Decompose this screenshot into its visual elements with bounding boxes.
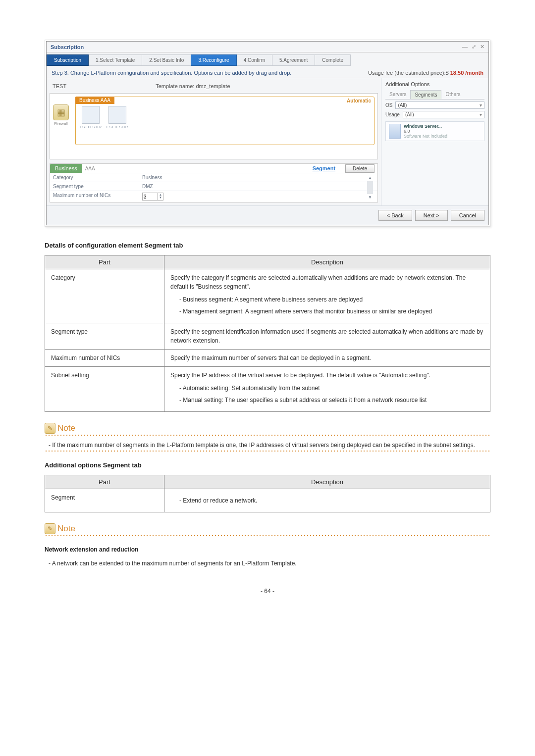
image-card-title: Windows Server...	[404, 124, 447, 129]
col-desc: Description	[164, 475, 490, 489]
crumb-complete[interactable]: Complete	[315, 54, 351, 66]
detail-tab[interactable]: Business	[50, 164, 82, 173]
server-node[interactable]: FSTTEST07	[107, 106, 128, 129]
body-text: A network can be extended to the maximum…	[45, 559, 490, 568]
crumb-step2[interactable]: 2.Set Basic Info	[142, 54, 191, 66]
image-card[interactable]: Windows Server... 6.0 Software Not inclu…	[385, 121, 484, 141]
detail-name: AAA	[82, 166, 95, 171]
firewall-node[interactable]: ▦ Firewall	[53, 104, 69, 126]
step-instruction: Step 3. Change L-Platform configuration …	[52, 70, 291, 76]
os-select[interactable]: (All)	[395, 101, 484, 109]
note-icon: ✎	[45, 423, 55, 434]
cell-part: Segment type	[45, 323, 164, 350]
note-divider	[45, 535, 490, 536]
cancel-button[interactable]: Cancel	[451, 210, 484, 221]
list-item: Manual setting: The user specifies a sub…	[179, 396, 484, 404]
additional-options-panel: Additional Options Servers Segments Othe…	[381, 78, 488, 205]
crumb-step4[interactable]: 4.Confirm	[236, 54, 272, 66]
segment-name: AAA	[101, 98, 110, 103]
row-category-value[interactable]: Business	[139, 173, 377, 182]
usage-select[interactable]: (All)	[403, 111, 484, 118]
list-item: Automatic setting: Set automatically fro…	[179, 384, 484, 393]
page-number: - 64 -	[45, 588, 490, 595]
crumb-step5[interactable]: 5.Agreement	[272, 54, 315, 66]
crumb-step1[interactable]: 1.Select Template	[88, 54, 142, 66]
close-icon[interactable]: ✕	[480, 44, 484, 50]
business-segment-box[interactable]: Business AAA Automatic FSTTEST07 FSTTEST…	[75, 97, 374, 145]
image-icon	[389, 124, 401, 139]
os-label: OS	[385, 102, 392, 108]
panel-scrollbar[interactable]: ▲ ▼	[364, 174, 376, 201]
row-category-label: Category	[50, 173, 139, 182]
crumb-step3[interactable]: 3.Reconfigure	[191, 54, 236, 66]
row-segtype-label: Segment type	[50, 182, 139, 191]
cell-desc: Specify the maximum number of servers th…	[164, 350, 490, 367]
segment-detail-panel: Business AAA Segment Delete Category Bus…	[50, 163, 378, 202]
options-tab-segments[interactable]: Segments	[410, 90, 441, 99]
segment-auto-label: Automatic	[347, 98, 371, 103]
nic-spinner[interactable]: ▲▼	[142, 193, 163, 201]
col-part: Part	[45, 475, 164, 489]
col-desc: Description	[164, 255, 490, 269]
scroll-down-icon[interactable]: ▼	[368, 195, 372, 200]
firewall-label: Firewall	[54, 121, 68, 126]
note-divider	[45, 435, 490, 436]
note-divider	[45, 451, 490, 452]
image-card-soft-label: Software	[404, 134, 422, 139]
options-title: Additional Options	[385, 81, 484, 87]
note-heading: ✎ Note	[45, 423, 490, 434]
template-label: TEST	[53, 83, 66, 89]
next-button[interactable]: Next >	[415, 210, 448, 221]
segment-details-table: Part Description Category Specify the ca…	[45, 255, 490, 412]
cell-desc-text: Specify the category if segments are sel…	[170, 274, 466, 290]
template-name: Template name: dmz_template	[156, 83, 230, 89]
cell-part: Maximum number of NICs	[45, 350, 164, 367]
cell-desc: Specify the segment identification infor…	[164, 323, 490, 350]
image-card-version: 6.0	[404, 129, 447, 134]
section-heading: Details of configuration element Segment…	[45, 242, 490, 249]
cell-part: Category	[45, 269, 164, 323]
list-item: Business segment: A segment where busine…	[179, 295, 484, 304]
window-title: Subscription	[51, 44, 84, 50]
list-item: Management segment: A segment where serv…	[179, 307, 484, 316]
segment-tab-label: Business	[79, 98, 100, 103]
usage-fee-price: 18.50 /month	[450, 70, 483, 76]
nic-input[interactable]	[143, 193, 158, 200]
server-label: FSTTEST07	[80, 125, 102, 129]
server-icon	[108, 106, 126, 124]
options-tab-servers[interactable]: Servers	[385, 90, 410, 99]
crumb-subscription[interactable]: Subscription	[47, 54, 89, 66]
note-heading: ✎ Note	[45, 523, 490, 534]
row-segtype-value[interactable]: DMZ	[139, 182, 377, 191]
server-node[interactable]: FSTTEST07	[80, 106, 102, 129]
row-nic-label: Maximum number of NICs	[50, 191, 139, 202]
additional-options-table: Part Description Segment Extend or reduc…	[45, 475, 490, 512]
usage-fee-label: Usage fee (the estimated price):$	[368, 70, 449, 76]
options-tab-others[interactable]: Others	[441, 90, 464, 99]
topology-canvas[interactable]: ▦ Firewall Business AAA Automatic FSTTES…	[50, 93, 378, 159]
cell-desc-text: Specify the IP address of the virtual se…	[170, 372, 430, 379]
segment-link[interactable]: Segment	[313, 165, 335, 171]
note-label: Note	[57, 524, 75, 534]
wizard-breadcrumb: Subscription 1.Select Template 2.Set Bas…	[47, 52, 488, 68]
cell-desc: Extend or reduce a network.	[164, 489, 490, 512]
subsection-heading: Network extension and reduction	[45, 546, 490, 553]
server-icon	[82, 106, 100, 124]
cell-desc: Specify the category if segments are sel…	[164, 269, 490, 323]
note-body: If the maximum number of segments in the…	[45, 441, 490, 450]
firewall-icon: ▦	[53, 104, 69, 120]
note-label: Note	[57, 423, 75, 433]
section-heading: Additional options Segment tab	[45, 461, 490, 469]
scroll-up-icon[interactable]: ▲	[368, 176, 372, 180]
usage-label: Usage	[385, 112, 400, 117]
cell-part: Segment	[45, 489, 164, 512]
cell-part: Subnet setting	[45, 367, 164, 412]
back-button[interactable]: < Back	[378, 210, 412, 221]
delete-button[interactable]: Delete	[345, 164, 374, 173]
minimize-icon[interactable]: —	[462, 44, 468, 50]
col-part: Part	[45, 255, 164, 269]
spinner-down-icon[interactable]: ▼	[158, 196, 163, 199]
maximize-icon[interactable]: ⤢	[472, 44, 476, 50]
server-label: FSTTEST07	[107, 125, 128, 129]
list-item: Extend or reduce a network.	[179, 496, 484, 505]
